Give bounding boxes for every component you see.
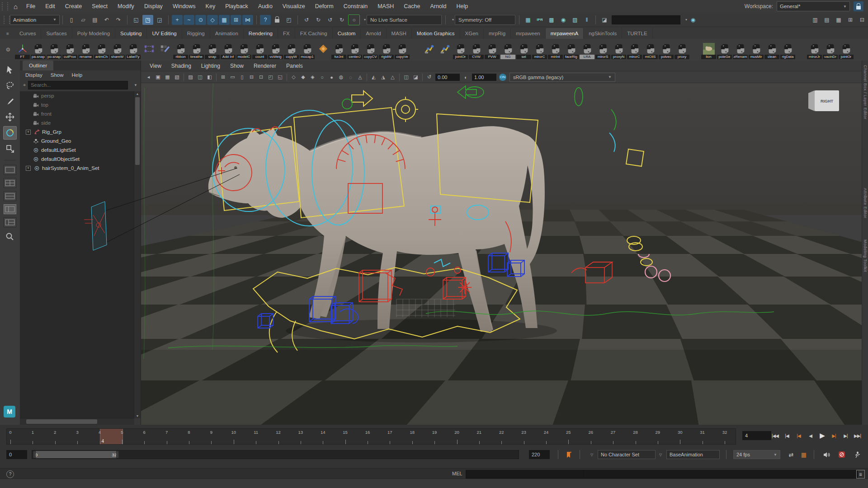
view-axis-gizmo[interactable]: RIGHT <box>808 90 839 111</box>
menu-select[interactable]: Select <box>87 0 113 13</box>
outliner-item-defaultlightset[interactable]: defaultLightSet <box>20 145 134 155</box>
outliner-item-hairsystem-0-anim-set[interactable]: +hairSystem_0_Anim_Set <box>20 164 134 173</box>
shelf-button-diamond-19[interactable] <box>315 40 331 60</box>
viewport-menu-shading[interactable]: Shading <box>166 61 196 71</box>
x-ray-mode-icon[interactable]: ◮ <box>379 73 387 81</box>
render-current-frame-icon[interactable]: ▦ <box>523 15 533 25</box>
layout-four-pane[interactable] <box>4 178 16 188</box>
grease-pencil-icon[interactable]: ◧ <box>205 73 214 81</box>
chevron-down-icon[interactable]: ▽ <box>590 453 593 457</box>
shelf-tab-rigging[interactable]: Rigging <box>182 28 210 39</box>
two-d-pan-zoom-icon[interactable]: ◫ <box>196 73 204 81</box>
construction-history-off-icon[interactable]: ○ <box>348 14 360 25</box>
snap-to-grid-icon[interactable]: + <box>172 15 183 25</box>
shadows-toggle-icon[interactable]: ● <box>327 73 336 81</box>
shelf-button-mirint[interactable]: mirInt <box>547 40 563 60</box>
outliner-item-front[interactable]: front <box>20 109 134 118</box>
command-line-result[interactable] <box>583 470 858 479</box>
shelf-button-cutprox[interactable]: cutProx <box>62 40 78 60</box>
record-keyframe-icon[interactable] <box>837 450 846 459</box>
outliner-menu-help[interactable]: Help <box>72 72 83 78</box>
time-editor-clip-icon[interactable]: ▦ <box>799 450 808 459</box>
field-chart-icon[interactable]: ⊡ <box>257 73 265 81</box>
gamma-reset-icon[interactable]: ◐ <box>462 73 470 81</box>
shelf-tab-motion-graphics[interactable]: Motion Graphics <box>412 28 460 39</box>
shelf-button-ribbon[interactable]: ribbon <box>173 40 189 60</box>
menu-display[interactable]: Display <box>139 0 168 13</box>
shelf-button-furjnt[interactable]: furJnt <box>331 40 347 60</box>
help-icon[interactable]: ? <box>6 470 14 478</box>
toggle-outliner-panel-icon[interactable]: ⊟ <box>857 15 868 25</box>
grid-toggle-icon[interactable]: ⊞ <box>219 73 227 81</box>
dock-tab-modeling-toolkit[interactable]: Modeling Toolkit <box>863 239 868 272</box>
drag-handle-icon[interactable] <box>4 16 10 24</box>
shaded-mode-icon[interactable]: ◆ <box>299 73 307 81</box>
construction-history-link-2-icon[interactable]: ↻ <box>313 15 324 25</box>
menu-deform[interactable]: Deform <box>310 0 339 13</box>
shelf-button-paint-9[interactable] <box>157 40 173 60</box>
bookmark-icon[interactable] <box>564 450 573 459</box>
shelf-button-jointor[interactable]: jointOr <box>838 40 854 60</box>
bookmarks-icon[interactable]: ▧ <box>173 73 181 81</box>
image-plane-icon[interactable]: ▨ <box>186 73 195 81</box>
outliner-item-ground-geo[interactable]: Ground_Geo <box>20 136 134 145</box>
render-view-icon[interactable]: ▨ <box>570 15 580 25</box>
select-tool[interactable] <box>3 63 17 76</box>
expand-icon[interactable]: + <box>26 166 31 171</box>
lock-camera-icon[interactable]: ▣ <box>154 73 162 81</box>
shelf-button-jointor[interactable]: jointOr <box>453 40 468 60</box>
step-back-frame-button[interactable]: |◀ <box>781 430 793 441</box>
menu-windows[interactable]: Windows <box>168 0 201 13</box>
toggle-tool-settings-icon[interactable]: ▤ <box>821 15 832 25</box>
layout-two-pane-stacked[interactable] <box>4 191 16 201</box>
film-gate-icon[interactable]: ▭ <box>228 73 237 81</box>
new-scene-icon[interactable]: ▯ <box>66 15 77 25</box>
range-slider-track[interactable]: 0 32 <box>32 450 519 459</box>
shelf-button-vacindr[interactable]: vacinDr <box>822 40 838 60</box>
outliner-item-top[interactable]: top <box>20 100 134 109</box>
snap-to-point-icon[interactable]: ⊙ <box>195 15 206 25</box>
menu-create[interactable]: Create <box>60 0 87 13</box>
toggle-channel-box-icon[interactable]: ▦ <box>833 15 844 25</box>
inputs-to-selected-icon[interactable]: ? <box>260 15 271 25</box>
viewport-menu-show[interactable]: Show <box>225 61 249 71</box>
textured-mode-icon[interactable]: ◈ <box>308 73 317 81</box>
shelf-button-mirors[interactable]: mirorS <box>595 40 611 60</box>
chevron-down-icon[interactable]: ▾ <box>452 18 454 22</box>
viewport-menu-lighting[interactable]: Lighting <box>196 61 225 71</box>
shelf-tab-rendering[interactable]: Rendering <box>244 28 278 39</box>
snap-to-projected-center-icon[interactable]: ◇ <box>207 15 218 25</box>
symmetry[interactable]: Symmetry: Off <box>455 15 515 25</box>
shelf-button-sel[interactable]: sel <box>516 40 532 60</box>
workspace-lock-button[interactable] <box>854 1 863 11</box>
shelf-button-musmir[interactable]: musMir <box>748 40 764 60</box>
isolate-select-icon[interactable]: ◭ <box>369 73 378 81</box>
toggle-attribute-editor-icon[interactable]: ▥ <box>810 15 821 25</box>
shelf-button-clean[interactable]: clean <box>764 40 780 60</box>
anim-layer-selector[interactable]: BaseAnimation <box>666 450 720 459</box>
pause-viewport-icon[interactable]: ‖ <box>581 15 592 25</box>
shelf-button-sharew[interactable]: shareW <box>109 40 125 60</box>
save-scene-icon[interactable]: ▤ <box>90 15 100 25</box>
shelf-button-ng[interactable]: NG <box>500 40 516 60</box>
scroll-down-icon[interactable]: ▼ <box>134 414 141 418</box>
construction-history-link-1-icon[interactable]: ↺ <box>301 15 312 25</box>
shelf-button-polvec[interactable]: polvec <box>658 40 674 60</box>
menu-playback[interactable]: Playback <box>220 0 253 13</box>
range-start-handle[interactable] <box>33 451 36 458</box>
motion-blur-toggle-icon[interactable]: ◌ <box>346 73 355 81</box>
menu-visualize[interactable]: Visualize <box>278 0 310 13</box>
shelf-button-breathe[interactable]: breathe <box>189 40 204 60</box>
x-ray-joints-icon[interactable]: △ <box>388 73 397 81</box>
menu-key[interactable]: Key <box>201 0 221 13</box>
character-set-selector[interactable]: No Character Set <box>598 450 656 459</box>
snap-to-view-plane-icon[interactable]: ▦ <box>219 15 230 25</box>
hypershade-icon[interactable]: ◉ <box>558 15 569 25</box>
toggle-modeling-toolkit-icon[interactable]: ⊞ <box>845 15 856 25</box>
redo-icon[interactable]: ↷ <box>113 15 124 25</box>
menu-mash[interactable]: MASH <box>373 0 399 13</box>
shelf-button-proxyn[interactable]: proxyN <box>611 40 627 60</box>
color-management-toggle[interactable]: ON <box>499 74 506 81</box>
current-frame-field[interactable]: 4 <box>742 431 771 440</box>
shelf-tab-uv-editing[interactable]: UV Editing <box>147 28 182 39</box>
